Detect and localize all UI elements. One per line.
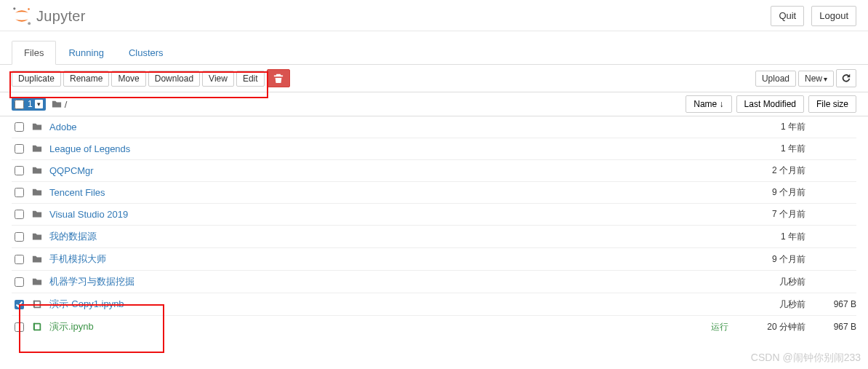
sort-name-button[interactable]: Name ↓ — [686, 95, 731, 113]
tab-clusters[interactable]: Clusters — [116, 41, 176, 65]
folder-icon — [32, 209, 45, 220]
file-row: 演示.ipynb运行20 分钟前967 B — [12, 316, 856, 338]
row-checkbox[interactable] — [15, 210, 24, 219]
item-modified: 9 个月前 — [733, 253, 805, 266]
file-row: 我的数据源1 年前 — [12, 226, 856, 248]
svg-point-0 — [13, 7, 15, 9]
refresh-icon — [841, 73, 851, 83]
chevron-down-icon: ▾ — [35, 100, 43, 108]
row-checkbox[interactable] — [15, 255, 24, 264]
file-row: QQPCMgr2 个月前 — [12, 160, 856, 182]
item-size: 967 B — [805, 322, 856, 332]
folder-icon — [52, 99, 62, 109]
nav-tabs: Files Running Clusters — [0, 40, 868, 65]
item-name-link[interactable]: 我的数据源 — [49, 230, 733, 243]
item-modified: 20 分钟前 — [733, 321, 805, 333]
folder-icon — [32, 165, 45, 176]
item-modified: 几秒前 — [733, 276, 805, 288]
jupyter-logo-icon — [12, 6, 32, 26]
file-row: Visual Studio 20197 个月前 — [12, 204, 856, 226]
folder-icon — [32, 231, 45, 242]
item-size: 967 B — [805, 299, 856, 309]
item-name-link[interactable]: Tencent Files — [49, 187, 733, 198]
item-name-link[interactable]: 机器学习与数据挖掘 — [49, 275, 733, 288]
item-modified: 7 个月前 — [733, 208, 805, 221]
folder-icon — [32, 143, 45, 154]
refresh-button[interactable] — [836, 69, 856, 87]
duplicate-button[interactable]: Duplicate — [12, 71, 61, 87]
file-row: 手机模拟大师9 个月前 — [12, 248, 856, 271]
row-checkbox[interactable] — [15, 144, 24, 154]
tab-running[interactable]: Running — [56, 41, 116, 65]
item-name-link[interactable]: 演示.ipynb — [49, 320, 711, 333]
item-name-link[interactable]: Visual Studio 2019 — [49, 209, 733, 220]
download-button[interactable]: Download — [148, 71, 200, 87]
item-name-link[interactable]: 演示-Copy1.ipynb — [49, 298, 733, 311]
trash-icon — [273, 73, 284, 83]
item-modified: 1 年前 — [733, 143, 805, 155]
row-checkbox[interactable] — [15, 300, 24, 309]
folder-icon — [32, 187, 45, 198]
sort-modified-button[interactable]: Last Modified — [736, 95, 804, 113]
arrow-down-icon: ↓ — [720, 99, 724, 109]
delete-button[interactable] — [267, 69, 290, 87]
item-modified: 1 年前 — [733, 121, 805, 133]
file-row: 机器学习与数据挖掘几秒前 — [12, 271, 856, 293]
select-all-checkbox[interactable] — [15, 100, 24, 109]
item-modified: 1 年前 — [733, 231, 805, 243]
breadcrumb-root: / — [65, 99, 68, 110]
folder-icon — [32, 277, 45, 287]
row-checkbox[interactable] — [15, 322, 24, 332]
svg-point-1 — [28, 22, 31, 25]
select-all-dropdown[interactable]: 1 ▾ — [12, 98, 46, 111]
notebook-icon — [32, 322, 45, 333]
selected-count: 1 — [28, 99, 33, 109]
file-row: Adobe1 年前 — [12, 116, 856, 138]
jupyter-logo-text: Jupyter — [36, 8, 86, 25]
row-checkbox[interactable] — [15, 166, 24, 175]
file-row: League of Legends1 年前 — [12, 138, 856, 160]
row-checkbox[interactable] — [15, 188, 24, 197]
item-name-link[interactable]: League of Legends — [49, 143, 733, 154]
file-row: Tencent Files9 个月前 — [12, 182, 856, 204]
rename-button[interactable]: Rename — [63, 71, 109, 87]
tab-files[interactable]: Files — [12, 41, 56, 65]
logout-button[interactable]: Logout — [811, 6, 856, 26]
item-name-link[interactable]: Adobe — [49, 122, 733, 132]
upload-button[interactable]: Upload — [755, 71, 796, 87]
item-name-link[interactable]: QQPCMgr — [49, 165, 733, 176]
jupyter-logo[interactable]: Jupyter — [12, 6, 86, 26]
item-modified: 2 个月前 — [733, 164, 805, 177]
sort-size-button[interactable]: File size — [808, 95, 856, 113]
edit-button[interactable]: Edit — [236, 71, 265, 87]
row-checkbox[interactable] — [15, 122, 24, 132]
view-button[interactable]: View — [202, 71, 234, 87]
quit-button[interactable]: Quit — [771, 6, 804, 26]
item-modified: 9 个月前 — [733, 186, 805, 199]
folder-icon — [32, 254, 45, 265]
move-button[interactable]: Move — [111, 71, 145, 87]
breadcrumb[interactable]: / — [52, 99, 68, 110]
running-status: 运行 — [711, 321, 728, 333]
row-checkbox[interactable] — [15, 232, 24, 242]
row-checkbox[interactable] — [15, 277, 24, 287]
file-list: Adobe1 年前League of Legends1 年前QQPCMgr2 个… — [0, 116, 868, 338]
folder-icon — [32, 122, 45, 132]
new-button[interactable]: New — [798, 71, 834, 87]
file-row: 演示-Copy1.ipynb几秒前967 B — [12, 293, 856, 316]
item-name-link[interactable]: 手机模拟大师 — [49, 253, 733, 266]
page-header: Jupyter Quit Logout — [0, 0, 868, 31]
notebook-icon — [32, 299, 45, 310]
action-toolbar: Duplicate Rename Move Download View Edit… — [0, 65, 868, 92]
item-modified: 几秒前 — [733, 298, 805, 311]
file-list-header: 1 ▾ / Name ↓ Last Modified File size — [0, 92, 868, 116]
svg-point-2 — [28, 8, 30, 10]
